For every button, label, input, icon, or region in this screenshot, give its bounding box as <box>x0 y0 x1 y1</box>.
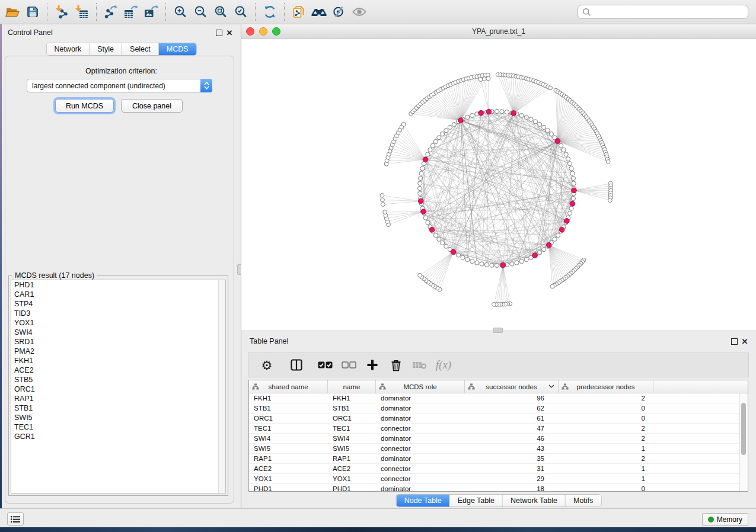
mcds-result-item[interactable]: SWI5 <box>11 413 225 422</box>
delete-column-button[interactable] <box>386 355 406 374</box>
tab-motifs[interactable]: Motifs <box>565 495 601 507</box>
graph-mcds-node[interactable] <box>559 227 564 233</box>
column-settings-button[interactable]: ⚙ <box>257 355 277 374</box>
tab-node-table[interactable]: Node Table <box>397 495 449 507</box>
graph-node[interactable] <box>470 259 474 264</box>
graph-node[interactable] <box>441 241 445 245</box>
table-row[interactable]: RAP1RAP1dominator352 <box>249 454 748 464</box>
graph-node[interactable] <box>546 129 550 133</box>
graph-node[interactable] <box>572 181 576 185</box>
run-mcds-button[interactable]: Run MCDS <box>55 99 114 113</box>
graph-node[interactable] <box>417 186 422 190</box>
mcds-result-item[interactable]: ACE2 <box>11 366 225 375</box>
graph-node[interactable] <box>568 162 572 166</box>
table-row[interactable]: FKH1FKH1dominator962 <box>249 393 748 403</box>
graph-leaf-node[interactable] <box>401 122 406 126</box>
table-row[interactable]: TEC1TEC1connector472 <box>249 424 748 434</box>
find-button[interactable] <box>309 2 329 22</box>
clone-network-button[interactable] <box>289 2 309 22</box>
table-row[interactable]: STB1STB1dominator620 <box>249 403 748 414</box>
mcds-result-item[interactable]: STB1 <box>11 403 225 413</box>
graph-leaf-node[interactable] <box>608 198 613 203</box>
graph-node[interactable] <box>553 237 557 241</box>
table-row[interactable]: ACE2ACE2connector311 <box>249 464 748 474</box>
graph-leaf-node[interactable] <box>381 198 385 202</box>
column-header-name[interactable]: name <box>328 380 376 393</box>
control-panel-float-button[interactable] <box>213 28 224 37</box>
graph-leaf-node[interactable] <box>418 273 422 277</box>
graph-node[interactable] <box>419 176 423 180</box>
mcds-list-scrollbar[interactable] <box>218 280 225 493</box>
graph-node[interactable] <box>433 139 438 143</box>
graph-mcds-node[interactable] <box>451 249 456 255</box>
graph-node[interactable] <box>495 263 499 267</box>
table-scrollbar-thumb[interactable] <box>741 403 746 455</box>
graph-mcds-node[interactable] <box>500 262 506 268</box>
graph-node[interactable] <box>448 125 452 129</box>
graph-leaf-node[interactable] <box>548 86 553 90</box>
graph-node[interactable] <box>419 171 423 175</box>
mcds-result-item[interactable]: SWI4 <box>11 328 225 337</box>
graph-node[interactable] <box>461 255 465 259</box>
refresh-view-button[interactable] <box>260 2 280 22</box>
mcds-result-item[interactable]: STB5 <box>11 375 225 384</box>
export-table-button[interactable] <box>121 2 141 22</box>
graph-node[interactable] <box>571 176 575 180</box>
graph-mcds-node[interactable] <box>532 253 538 258</box>
mcds-result-item[interactable]: PHD1 <box>11 280 225 290</box>
graph-node[interactable] <box>571 196 575 200</box>
mcds-result-item[interactable]: ORC1 <box>11 384 225 394</box>
graph-mcds-node[interactable] <box>458 118 464 123</box>
mcds-result-item[interactable]: PMA2 <box>11 347 225 356</box>
graph-node[interactable] <box>515 261 519 265</box>
graph-leaf-node[interactable] <box>483 77 487 81</box>
graph-node[interactable] <box>418 181 422 185</box>
graph-node[interactable] <box>549 132 553 136</box>
graph-mcds-node[interactable] <box>570 201 575 207</box>
show-all-button[interactable] <box>349 2 369 22</box>
graph-mcds-node[interactable] <box>564 219 570 224</box>
graph-mcds-node[interactable] <box>555 139 560 144</box>
graph-node[interactable] <box>480 262 484 266</box>
graph-node[interactable] <box>538 251 542 255</box>
graph-mcds-node[interactable] <box>511 111 516 116</box>
column-header-shared-name[interactable]: shared name <box>249 380 328 393</box>
tab-select[interactable]: Select <box>122 43 158 55</box>
open-file-button[interactable] <box>2 2 23 22</box>
import-network-button[interactable] <box>52 2 72 22</box>
search-input[interactable] <box>591 6 748 18</box>
graph-leaf-node[interactable] <box>606 160 610 164</box>
graph-node[interactable] <box>519 113 524 117</box>
graph-node[interactable] <box>490 263 494 267</box>
mcds-result-item[interactable]: RAP1 <box>11 394 225 403</box>
column-header-MCDS-role[interactable]: MCDS role <box>376 380 465 393</box>
graph-node[interactable] <box>564 152 568 156</box>
graph-node[interactable] <box>465 115 470 119</box>
control-panel-close-button[interactable]: ✕ <box>224 28 235 37</box>
graph-node[interactable] <box>418 191 422 196</box>
graph-node[interactable] <box>524 258 528 262</box>
graph-node[interactable] <box>533 120 537 124</box>
horizontal-splitter-handle[interactable] <box>493 328 503 333</box>
column-header-predecessor-nodes[interactable]: predecessor nodes <box>559 380 653 393</box>
mcds-result-item[interactable]: CAR1 <box>11 290 225 299</box>
graph-node[interactable] <box>444 129 448 133</box>
graph-node[interactable] <box>426 152 430 156</box>
zoom-fit-button[interactable] <box>210 2 231 22</box>
mcds-result-item[interactable]: TEC1 <box>11 422 225 432</box>
graph-node[interactable] <box>505 110 509 114</box>
mcds-result-item[interactable]: GCR1 <box>11 432 225 441</box>
sort-chevron-icon[interactable] <box>548 384 554 389</box>
graph-node[interactable] <box>529 117 533 121</box>
graph-node[interactable] <box>420 166 425 171</box>
add-column-button[interactable] <box>362 355 382 374</box>
graph-node[interactable] <box>475 261 479 265</box>
graph-node[interactable] <box>452 122 456 126</box>
graph-mcds-node[interactable] <box>479 111 484 116</box>
graph-node[interactable] <box>568 211 572 215</box>
table-row[interactable]: SWI4SWI4dominator462 <box>249 434 748 444</box>
zoom-in-button[interactable] <box>170 2 190 22</box>
graph-node[interactable] <box>444 244 448 248</box>
graph-node[interactable] <box>510 262 514 266</box>
table-row[interactable]: ORC1ORC1dominator610 <box>249 414 748 424</box>
